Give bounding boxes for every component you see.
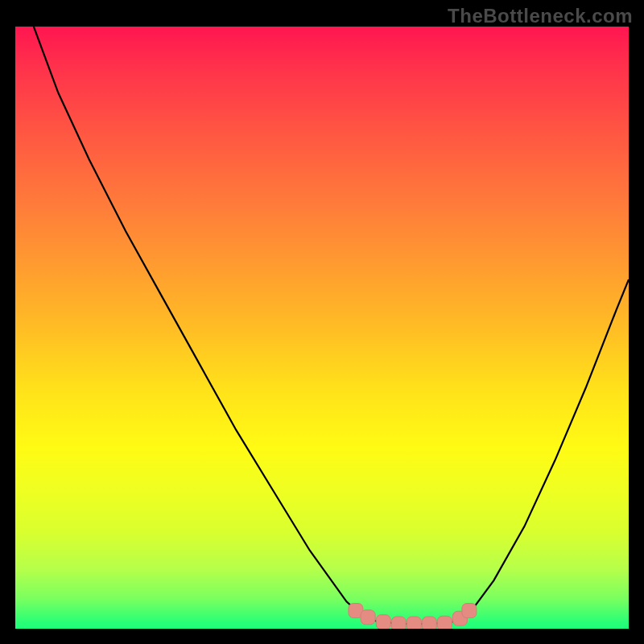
curve-marker <box>437 616 452 629</box>
chart-frame: { "watermark": "TheBottleneck.com", "col… <box>0 0 644 644</box>
curve-marker <box>407 617 421 629</box>
curve-svg <box>15 27 629 629</box>
curve-marker <box>391 617 406 629</box>
bottleneck-curve-path <box>34 27 629 624</box>
curve-marker <box>361 610 375 625</box>
marker-group <box>349 604 477 629</box>
plot-area <box>15 27 629 629</box>
curve-marker <box>422 617 436 629</box>
curve-marker <box>376 615 390 629</box>
watermark-text: TheBottleneck.com <box>448 5 633 27</box>
curve-marker <box>462 604 477 618</box>
